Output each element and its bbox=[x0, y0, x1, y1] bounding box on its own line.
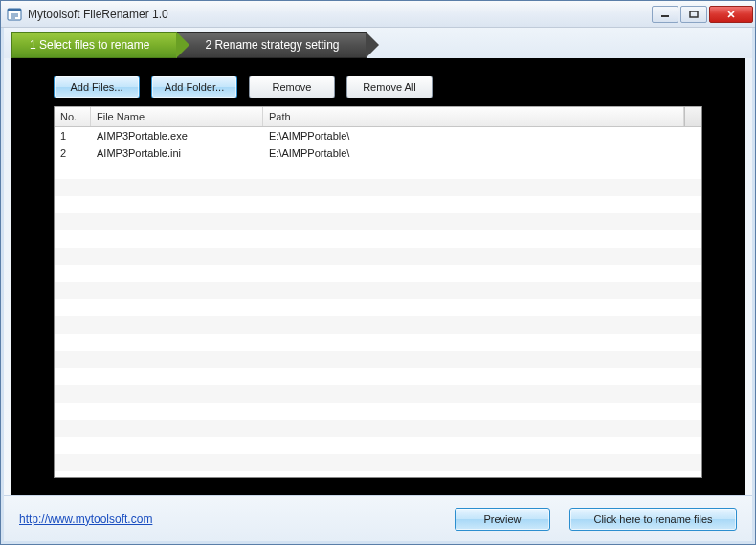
window-controls bbox=[652, 6, 753, 23]
step-2-rename-strategy[interactable]: 2 Rename strategy setting bbox=[177, 32, 367, 58]
footer: http://www.mytoolsoft.com Preview Click … bbox=[4, 495, 752, 541]
remove-button[interactable]: Remove bbox=[249, 76, 335, 98]
table-header[interactable]: No. File Name Path bbox=[55, 106, 701, 127]
table-body[interactable]: 1 AIMP3Portable.exe E:\AIMPPortable\ 2 A… bbox=[55, 127, 701, 477]
add-folder-button[interactable]: Add Folder... bbox=[151, 76, 237, 98]
main-panel: Add Files... Add Folder... Remove Remove… bbox=[11, 58, 745, 495]
minimize-button[interactable] bbox=[652, 6, 678, 23]
column-header-name[interactable]: File Name bbox=[91, 107, 263, 126]
add-folder-label: Add Folder... bbox=[165, 81, 224, 93]
chevron-right-icon bbox=[366, 32, 379, 58]
rename-files-label: Click here to rename files bbox=[593, 513, 712, 525]
preview-button[interactable]: Preview bbox=[455, 508, 550, 531]
add-files-label: Add Files... bbox=[70, 81, 122, 93]
step-2-label: 2 Rename strategy setting bbox=[205, 38, 339, 52]
column-header-path[interactable]: Path bbox=[263, 107, 684, 126]
cell-path: E:\AIMPPortable\ bbox=[263, 130, 701, 142]
column-header-no[interactable]: No. bbox=[55, 107, 91, 126]
website-link[interactable]: http://www.mytoolsoft.com bbox=[19, 512, 435, 526]
titlebar[interactable]: Mytoolsoft FileRenamer 1.0 bbox=[1, 1, 755, 28]
cell-name: AIMP3Portable.exe bbox=[91, 130, 263, 142]
content-area: 1 Select files to rename 2 Rename strate… bbox=[1, 28, 755, 544]
chevron-right-icon bbox=[176, 32, 189, 58]
step-1-select-files[interactable]: 1 Select files to rename bbox=[11, 32, 177, 58]
preview-label: Preview bbox=[483, 513, 521, 525]
file-toolbar: Add Files... Add Folder... Remove Remove… bbox=[54, 76, 702, 98]
cell-no: 2 bbox=[55, 147, 91, 159]
add-files-button[interactable]: Add Files... bbox=[54, 76, 140, 98]
app-window: Mytoolsoft FileRenamer 1.0 1 Select file… bbox=[0, 0, 756, 545]
remove-all-label: Remove All bbox=[363, 81, 416, 93]
column-header-scrollgap bbox=[684, 107, 701, 126]
app-icon bbox=[7, 7, 22, 22]
svg-rect-6 bbox=[690, 11, 698, 17]
table-row[interactable]: 1 AIMP3Portable.exe E:\AIMPPortable\ bbox=[55, 127, 701, 144]
cell-path: E:\AIMPPortable\ bbox=[263, 147, 701, 159]
file-table[interactable]: No. File Name Path 1 AIMP3Portable.exe E… bbox=[54, 106, 702, 478]
rename-files-button[interactable]: Click here to rename files bbox=[569, 508, 737, 531]
step-breadcrumb: 1 Select files to rename 2 Rename strate… bbox=[4, 28, 752, 58]
close-button[interactable] bbox=[709, 6, 753, 23]
cell-name: AIMP3Portable.ini bbox=[91, 147, 263, 159]
table-row[interactable]: 2 AIMP3Portable.ini E:\AIMPPortable\ bbox=[55, 144, 701, 162]
window-title: Mytoolsoft FileRenamer 1.0 bbox=[28, 8, 652, 21]
remove-label: Remove bbox=[273, 81, 312, 93]
maximize-button[interactable] bbox=[680, 6, 707, 23]
step-1-label: 1 Select files to rename bbox=[30, 38, 149, 52]
svg-rect-1 bbox=[8, 9, 21, 11]
remove-all-button[interactable]: Remove All bbox=[346, 76, 433, 98]
cell-no: 1 bbox=[55, 130, 91, 142]
